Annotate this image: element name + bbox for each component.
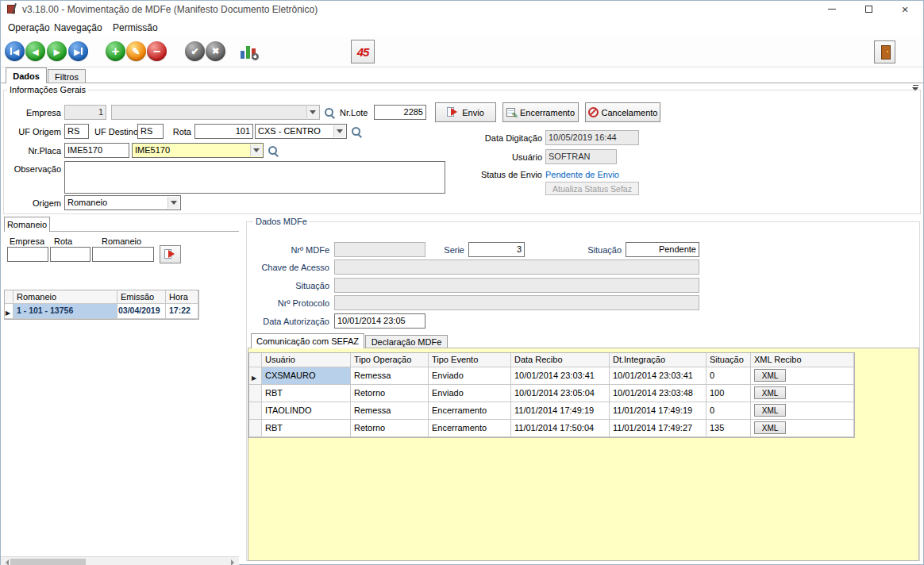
cell-situacao[interactable]: 135 (706, 420, 751, 437)
chevron-down-icon[interactable] (306, 106, 318, 118)
cell-dt-integracao[interactable]: 10/01/2014 23:03:41 (610, 367, 706, 385)
chevron-down-icon[interactable] (167, 197, 179, 209)
romaneio-empresa-field[interactable] (7, 247, 48, 262)
row-indicator (249, 385, 262, 402)
empresa-combo[interactable] (111, 105, 320, 120)
cell-data-recibo[interactable]: 11/01/2014 17:50:04 (511, 420, 610, 437)
romaneio-go-button[interactable] (160, 245, 181, 263)
scroll-right-icon[interactable] (231, 559, 237, 565)
protocolo-label: Nrº Protocolo (250, 298, 329, 308)
nav-last-button[interactable] (68, 41, 88, 61)
romaneio-empresa-label: Empresa (10, 236, 44, 246)
envio-button[interactable]: Envio (435, 102, 496, 122)
data-digitacao-field: 10/05/2019 16:44 (545, 130, 639, 145)
sefaz-col-tipo-operacao: Tipo Operação (351, 353, 429, 367)
empresa-label: Empresa (17, 108, 61, 117)
menu-operacao[interactable]: Operação (2, 20, 56, 34)
cancel-toolbar-button[interactable] (206, 41, 225, 61)
nr-lote-field[interactable]: 2285 (374, 105, 426, 120)
cell-tipo-operacao[interactable]: Retorno (351, 385, 429, 402)
chart-button[interactable] (239, 42, 260, 61)
row-indicator-icon (5, 304, 13, 319)
cell-tipo-evento[interactable]: Encerramento (429, 402, 511, 420)
confirm-button[interactable] (185, 41, 205, 61)
exit-button[interactable] (874, 40, 895, 63)
tab-divider (1, 83, 923, 83)
menu-permissao[interactable]: Permissão (107, 20, 164, 34)
cell-dt-integracao[interactable]: 11/01/2014 17:49:19 (610, 402, 706, 420)
uf-destino-label: UF Destino (94, 127, 138, 136)
observacao-textarea[interactable] (64, 161, 445, 194)
cancelamento-button[interactable]: Cancelamento (585, 102, 660, 122)
logo-45-button[interactable]: 45 (351, 40, 375, 63)
nav-first-button[interactable] (5, 41, 25, 61)
uf-destino-field[interactable]: RS (137, 124, 164, 139)
sefaz-col-usuario: Usuário (262, 353, 351, 367)
exit-door-icon (880, 45, 891, 59)
romaneio-cell-romaneio[interactable]: 1 - 101 - 13756 (13, 304, 117, 319)
xml-button[interactable]: XML (754, 404, 786, 417)
cell-tipo-operacao[interactable]: Retorno (351, 420, 429, 437)
chevron-down-icon[interactable] (250, 144, 262, 156)
rota-combo-value: CXS - CENTRO (258, 126, 321, 136)
cell-dt-integracao[interactable]: 10/01/2014 23:03:48 (610, 385, 706, 402)
cell-usuario[interactable]: RBT (262, 385, 351, 402)
tab-comunicacao-sefaz[interactable]: Comunicação com SEFAZ (251, 333, 364, 348)
rota-field[interactable]: 101 (194, 124, 253, 139)
uf-origem-field[interactable]: RS (64, 124, 89, 139)
xml-button[interactable]: XML (754, 369, 786, 382)
cell-data-recibo[interactable]: 10/01/2014 23:03:41 (511, 367, 610, 385)
nr-mdfe-field (334, 242, 425, 257)
cell-situacao[interactable]: 0 (706, 402, 751, 420)
origem-combo[interactable]: Romaneio (64, 195, 181, 210)
cell-dt-integracao[interactable]: 11/01/2014 17:49:27 (610, 420, 706, 437)
xml-button[interactable]: XML (754, 421, 786, 434)
nr-placa-combo[interactable]: IME5170 (132, 143, 264, 158)
cell-usuario[interactable]: RBT (262, 420, 351, 437)
rota-combo[interactable]: CXS - CENTRO (255, 124, 347, 139)
encerramento-button[interactable]: Encerramento (502, 102, 579, 122)
cell-situacao[interactable]: 0 (706, 367, 751, 385)
tab-filtros[interactable]: Filtros (48, 69, 86, 83)
placa-search-icon[interactable] (268, 145, 279, 156)
cell-tipo-evento[interactable]: Enviado (429, 385, 511, 402)
scrollbar-thumb[interactable] (10, 559, 86, 565)
add-button[interactable] (106, 41, 125, 61)
tab-declaracao-mdfe[interactable]: Declaração MDFe (365, 335, 448, 348)
delete-button[interactable] (147, 41, 167, 61)
romaneio-cell-emissao[interactable]: 03/04/2019 (117, 304, 166, 319)
scroll-left-icon[interactable] (2, 559, 9, 565)
cell-usuario[interactable]: ITAOLINDO (262, 402, 351, 420)
chevron-down-icon[interactable] (333, 125, 345, 137)
cell-tipo-evento[interactable]: Enviado (429, 367, 511, 385)
romaneio-romaneio-field[interactable] (92, 247, 154, 262)
cell-situacao[interactable]: 100 (706, 385, 751, 402)
data-autorizacao-field: 10/01/2014 23:05 (334, 313, 425, 329)
situacao-label: Situação (564, 245, 622, 255)
nr-placa-field[interactable]: IME5170 (64, 143, 129, 158)
xml-button[interactable]: XML (754, 386, 786, 399)
edit-button[interactable] (126, 41, 146, 61)
close-button[interactable]: × (887, 1, 923, 17)
nav-prev-button[interactable] (25, 41, 45, 61)
romaneio-cell-hora[interactable]: 17:22 (166, 304, 198, 319)
cell-tipo-operacao[interactable]: Remessa (351, 402, 429, 420)
atualiza-status-button[interactable]: Atualiza Status Sefaz (545, 182, 639, 195)
cell-data-recibo[interactable]: 10/01/2014 23:05:04 (511, 385, 610, 402)
cell-tipo-evento[interactable]: Encerramento (429, 420, 511, 437)
cell-data-recibo[interactable]: 11/01/2014 17:49:19 (511, 402, 610, 420)
cell-usuario[interactable]: CXSMAURO (262, 367, 351, 385)
horizontal-scrollbar[interactable] (1, 556, 239, 565)
romaneio-rota-label: Rota (54, 236, 72, 246)
nav-next-button[interactable] (47, 41, 67, 61)
usuario-label: Usuário (469, 152, 542, 162)
rota-search-icon[interactable] (351, 126, 362, 137)
tab-romaneio[interactable]: Romaneio (4, 217, 50, 232)
tab-dados[interactable]: Dados (6, 67, 47, 83)
maximize-button[interactable] (850, 1, 887, 17)
minimize-button[interactable] (814, 1, 850, 17)
menu-navegacao[interactable]: Navegação (48, 20, 108, 34)
cell-tipo-operacao[interactable]: Remessa (351, 367, 429, 385)
romaneio-rota-field[interactable] (50, 247, 90, 262)
empresa-search-icon[interactable] (324, 107, 335, 118)
